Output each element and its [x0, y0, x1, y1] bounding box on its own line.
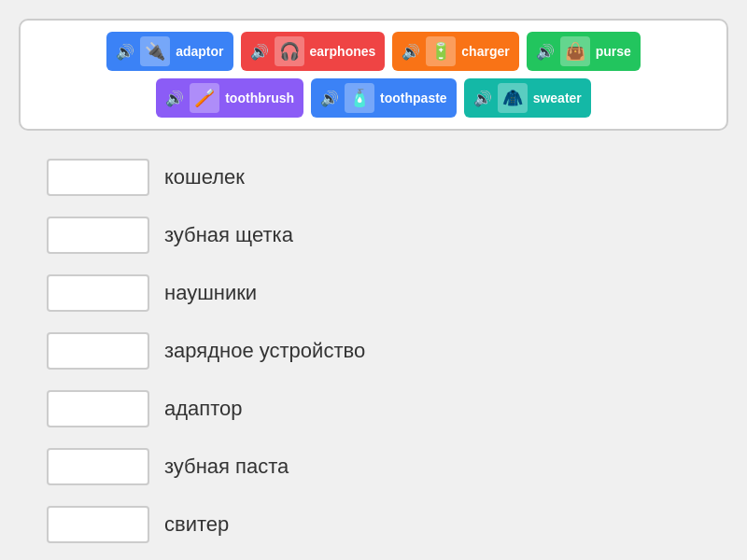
- sound-icon-toothbrush: 🔊: [165, 90, 184, 107]
- chip-label-toothbrush: toothbrush: [225, 91, 294, 105]
- match-row-purse-row: кошелек: [47, 159, 700, 196]
- sound-icon-sweater: 🔊: [473, 90, 492, 107]
- chip-image-adaptor: 🔌: [140, 36, 170, 66]
- word-bank-row-1: 🔊 🔌 adaptor 🔊 🎧 earphones 🔊 🔋 charger 🔊 …: [35, 32, 712, 71]
- word-chip-toothbrush[interactable]: 🔊 🪥 toothbrush: [156, 78, 303, 118]
- sound-icon-adaptor: 🔊: [116, 43, 134, 61]
- chip-label-sweater: sweater: [533, 91, 582, 105]
- match-row-adaptor-row: адаптор: [47, 390, 700, 427]
- match-label-toothbrush-row: зубная щетка: [164, 223, 293, 247]
- chip-label-purse: purse: [596, 44, 631, 59]
- match-drop-adaptor-row[interactable]: [47, 390, 149, 427]
- match-drop-toothbrush-row[interactable]: [47, 217, 149, 254]
- word-chip-sweater[interactable]: 🔊 🧥 sweater: [464, 78, 591, 118]
- chip-label-earphones: earphones: [310, 44, 376, 59]
- chip-image-earphones: 🎧: [275, 36, 304, 66]
- chip-image-toothbrush: 🪥: [190, 83, 219, 113]
- sound-icon-charger: 🔊: [402, 43, 420, 61]
- match-label-charger-row: зарядное устройство: [164, 339, 365, 363]
- chip-label-charger: charger: [461, 44, 509, 59]
- sound-icon-purse: 🔊: [536, 43, 555, 61]
- match-row-sweater-row: свитер: [47, 506, 700, 543]
- chip-image-charger: 🔋: [426, 36, 456, 66]
- word-chip-toothpaste[interactable]: 🔊 🧴 toothpaste: [311, 78, 457, 118]
- sound-icon-earphones: 🔊: [250, 43, 269, 61]
- chip-image-purse: 👜: [560, 36, 590, 66]
- match-drop-sweater-row[interactable]: [47, 506, 149, 543]
- match-drop-purse-row[interactable]: [47, 159, 149, 196]
- word-chip-earphones[interactable]: 🔊 🎧 earphones: [241, 32, 386, 71]
- match-label-toothpaste-row: зубная паста: [164, 455, 289, 479]
- match-row-toothbrush-row: зубная щетка: [47, 217, 700, 254]
- match-label-purse-row: кошелек: [164, 165, 245, 189]
- word-chip-adaptor[interactable]: 🔊 🔌 adaptor: [106, 32, 233, 71]
- match-drop-toothpaste-row[interactable]: [47, 448, 149, 485]
- chip-image-sweater: 🧥: [498, 83, 528, 113]
- chip-label-adaptor: adaptor: [176, 44, 223, 59]
- match-label-earphones-row: наушники: [164, 281, 257, 305]
- sound-icon-toothpaste: 🔊: [320, 90, 339, 107]
- word-chip-purse[interactable]: 🔊 👜 purse: [527, 32, 641, 71]
- word-chip-charger[interactable]: 🔊 🔋 charger: [392, 32, 518, 71]
- word-bank-row-2: 🔊 🪥 toothbrush 🔊 🧴 toothpaste 🔊 🧥 sweate…: [35, 78, 712, 118]
- word-bank: 🔊 🔌 adaptor 🔊 🎧 earphones 🔊 🔋 charger 🔊 …: [19, 19, 728, 131]
- match-label-sweater-row: свитер: [164, 512, 229, 537]
- match-row-earphones-row: наушники: [47, 274, 700, 312]
- match-drop-charger-row[interactable]: [47, 332, 149, 370]
- match-label-adaptor-row: адаптор: [164, 397, 243, 421]
- match-row-charger-row: зарядное устройство: [47, 332, 700, 370]
- match-row-toothpaste-row: зубная паста: [47, 448, 700, 485]
- match-drop-earphones-row[interactable]: [47, 274, 149, 312]
- chip-label-toothpaste: toothpaste: [380, 91, 447, 105]
- page-container: 🔊 🔌 adaptor 🔊 🎧 earphones 🔊 🔋 charger 🔊 …: [19, 19, 728, 560]
- chip-image-toothpaste: 🧴: [345, 83, 374, 113]
- match-list: кошелек зубная щетка наушники зарядное у…: [19, 159, 728, 543]
